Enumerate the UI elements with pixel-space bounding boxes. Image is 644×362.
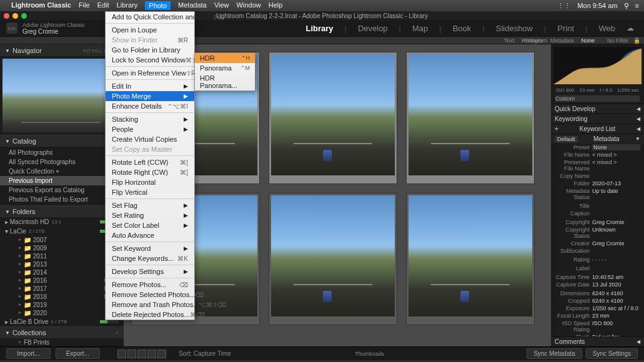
- menu-metadata[interactable]: Metadata: [178, 1, 207, 10]
- menu-item[interactable]: Delete Rejected Photos...⌘⌫: [106, 310, 194, 320]
- menu-item[interactable]: Enhance Details⌃⌥⌘I: [106, 101, 194, 111]
- keywording-header[interactable]: Keywording◀: [551, 114, 644, 124]
- menu-item[interactable]: Auto Advance: [106, 230, 194, 240]
- filter-metadata[interactable]: Metadata: [550, 37, 574, 44]
- metadata-value[interactable]: 10:40:52 am: [592, 274, 640, 280]
- submenu-item[interactable]: Panorama⌃M: [195, 63, 255, 73]
- metadata-value[interactable]: Greg Cromie: [592, 240, 640, 247]
- people-view-icon[interactable]: [157, 350, 166, 358]
- menu-item[interactable]: Add to Quick Collection and Next⇧B: [106, 12, 194, 22]
- menu-item[interactable]: Open in Loupe: [106, 25, 194, 35]
- menu-item[interactable]: Photo Merge▶: [106, 91, 194, 101]
- spotlight-icon[interactable]: ⚲: [624, 2, 629, 10]
- metadata-value[interactable]: [592, 248, 640, 254]
- thumbnail-cell[interactable]: [406, 193, 535, 325]
- import-button[interactable]: Import...: [6, 348, 51, 359]
- menu-item[interactable]: Open in Reference View⇧R: [106, 68, 194, 78]
- minimize-window-button[interactable]: [12, 13, 18, 19]
- metadata-value[interactable]: 6240 x 4160: [592, 290, 640, 296]
- collections-header[interactable]: ▼Collections +: [0, 326, 124, 338]
- metadata-value[interactable]: Greg Cromie: [592, 219, 640, 225]
- compare-view-icon[interactable]: [137, 350, 146, 358]
- menu-item[interactable]: Remove and Trash Photos...⌥⌘⇧⌫: [106, 300, 194, 310]
- menu-photo[interactable]: Photo: [145, 1, 171, 10]
- export-button[interactable]: Export...: [56, 348, 100, 359]
- metadata-value[interactable]: [592, 203, 640, 209]
- metadata-value[interactable]: 2020-07-13: [592, 180, 640, 187]
- menu-library[interactable]: Library: [117, 1, 138, 10]
- menu-item[interactable]: Remove Selected Photos...⌫: [106, 290, 194, 300]
- thumbnail-cell[interactable]: [406, 52, 535, 184]
- filter-preset[interactable]: No Filter: [607, 37, 628, 44]
- menu-item[interactable]: Develop Settings▶: [106, 267, 194, 276]
- metadata-value[interactable]: Unknown: [592, 227, 640, 239]
- menu-item[interactable]: People▶: [106, 124, 194, 134]
- module-print[interactable]: Print: [553, 24, 578, 33]
- metadata-value[interactable]: 23 mm: [592, 313, 640, 319]
- menu-item[interactable]: Create Virtual Copies: [106, 134, 194, 144]
- menu-item[interactable]: Go to Folder in Library: [106, 45, 194, 55]
- metadata-value[interactable]: Up to date: [592, 188, 640, 200]
- metadata-value[interactable]: 13 Jul 2020: [592, 281, 640, 288]
- metadata-value[interactable]: 1/250 sec at f / 8.0: [592, 305, 640, 311]
- collection-item[interactable]: ▸FB Prints: [0, 338, 124, 346]
- notif-icon[interactable]: ≡: [635, 2, 639, 9]
- metadata-value[interactable]: [592, 265, 640, 272]
- menu-item[interactable]: Rotate Left (CCW)⌘[: [106, 157, 194, 167]
- menu-item[interactable]: Rotate Right (CW)⌘]: [106, 167, 194, 177]
- loupe-view-icon[interactable]: [127, 350, 136, 358]
- module-map[interactable]: Map: [409, 24, 432, 33]
- metadata-value[interactable]: · · · · ·: [592, 257, 640, 263]
- metadata-preset-select[interactable]: None: [592, 144, 640, 150]
- filter-lock-icon[interactable]: 🔒: [633, 37, 640, 44]
- thumbnail-cell[interactable]: [269, 193, 397, 325]
- metadata-value[interactable]: [592, 173, 640, 179]
- sync-settings-button[interactable]: Sync Settings: [586, 348, 638, 359]
- keywordlist-header[interactable]: +Keyword List◀: [551, 124, 644, 134]
- menu-item[interactable]: Edit In▶: [106, 81, 194, 91]
- menu-help[interactable]: Help: [269, 1, 283, 10]
- sync-metadata-button[interactable]: Sync Metadata: [527, 348, 582, 359]
- menu-item[interactable]: Flip Horizontal: [106, 177, 194, 187]
- menu-item[interactable]: Stacking▶: [106, 114, 194, 124]
- cloud-sync-icon[interactable]: ☁: [623, 24, 638, 32]
- close-window-button[interactable]: [4, 13, 9, 19]
- filter-none[interactable]: None: [581, 37, 595, 44]
- metadata-value[interactable]: < mixed >: [592, 152, 640, 158]
- menu-item[interactable]: Flip Vertical: [106, 187, 194, 197]
- module-develop[interactable]: Develop: [354, 24, 392, 33]
- submenu-item[interactable]: HDR⌃H: [195, 53, 255, 63]
- module-web[interactable]: Web: [595, 24, 620, 33]
- submenu-item[interactable]: HDR Panorama...: [195, 73, 255, 90]
- menu-view[interactable]: View: [214, 1, 229, 10]
- menu-window[interactable]: Window: [237, 1, 261, 10]
- menu-item[interactable]: Remove Photos...⌫: [106, 280, 194, 290]
- menu-item[interactable]: Lock to Second Window⌘⇧↩: [106, 55, 194, 65]
- quickdevelop-header[interactable]: Quick Develop◀: [551, 104, 644, 114]
- metadata-value[interactable]: < mixed >: [592, 159, 640, 172]
- module-library[interactable]: Library: [302, 24, 337, 33]
- grid-view-icon[interactable]: [117, 350, 126, 358]
- menu-item[interactable]: Set Flag▶: [106, 200, 194, 210]
- menu-item[interactable]: Set Rating▶: [106, 210, 194, 220]
- module-book[interactable]: Book: [449, 24, 475, 33]
- sort-menu[interactable]: Capture Time: [194, 350, 231, 357]
- metadata-set-select[interactable]: Default: [555, 136, 578, 142]
- histogram-chart[interactable]: [553, 47, 642, 84]
- navigator-preview[interactable]: [2, 59, 119, 132]
- wifi-icon[interactable]: ⋮⋮: [557, 2, 571, 10]
- metadata-value[interactable]: ISO 800: [592, 320, 640, 333]
- crop-custom[interactable]: Custom: [555, 95, 640, 102]
- menu-file[interactable]: File: [79, 1, 90, 10]
- metadata-value[interactable]: 6240 x 4160: [592, 298, 640, 304]
- metadata-header[interactable]: Default Metadata▼: [551, 134, 644, 144]
- comments-header[interactable]: Comments◀: [551, 336, 644, 346]
- survey-view-icon[interactable]: [147, 350, 156, 358]
- thumbnail-cell[interactable]: [269, 52, 397, 184]
- menu-item[interactable]: Change Keywords...⌘K: [106, 253, 194, 263]
- metadata-value[interactable]: [592, 210, 640, 217]
- app-name-menu[interactable]: Lightroom Classic: [11, 1, 71, 10]
- maximize-window-button[interactable]: [21, 13, 27, 19]
- filter-text[interactable]: Text: [504, 37, 515, 44]
- module-slideshow[interactable]: Slideshow: [492, 24, 537, 33]
